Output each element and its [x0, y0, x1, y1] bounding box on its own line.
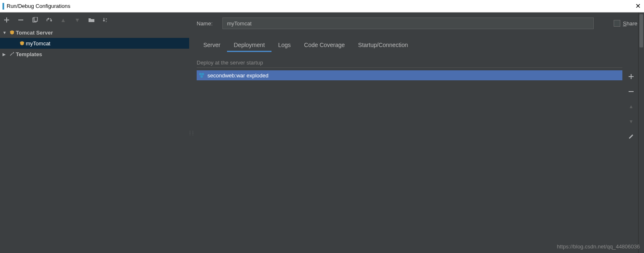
left-panel: ▲ ▼ az ▼ Tomcat Server myTomcat: [0, 12, 189, 253]
tree-label: Templates: [16, 51, 42, 57]
share-group: Share: [614, 20, 637, 27]
config-tree: ▼ Tomcat Server myTomcat ▶ Templates: [0, 27, 189, 253]
title-bar-left: Run/Debug Configurations: [2, 3, 70, 10]
tabs-row: Server Deployment Logs Code Coverage Sta…: [193, 38, 644, 52]
edit-config-button[interactable]: [45, 16, 53, 24]
svg-rect-1: [4, 20, 9, 20]
svg-rect-2: [18, 20, 23, 20]
move-artifact-down-button[interactable]: ▼: [627, 117, 636, 126]
tree-label: myTomcat: [26, 40, 50, 47]
main-content: ▲ ▼ az ▼ Tomcat Server myTomcat: [0, 12, 644, 253]
deploy-side-toolbar: ▲ ▼: [625, 70, 637, 253]
right-panel: Name: Share Server Deployment Logs Code …: [193, 12, 644, 253]
name-row: Name: Share: [193, 17, 644, 29]
svg-rect-12: [629, 91, 634, 92]
collapse-arrow-icon: ▶: [2, 52, 8, 57]
move-down-button[interactable]: ▼: [73, 16, 81, 24]
copy-config-button[interactable]: [31, 16, 39, 24]
svg-text:z: z: [106, 20, 107, 22]
sort-button[interactable]: az: [101, 16, 110, 24]
close-button[interactable]: ✕: [635, 2, 641, 10]
window-title: Run/Debug Configurations: [7, 3, 70, 9]
share-checkbox[interactable]: [614, 20, 620, 27]
svg-rect-4: [34, 17, 37, 21]
tab-logs[interactable]: Logs: [271, 38, 297, 52]
add-config-button[interactable]: [2, 16, 11, 24]
artifact-label: secondweb:war exploded: [207, 72, 269, 79]
name-label: Name:: [197, 20, 217, 27]
move-up-button[interactable]: ▲: [59, 16, 67, 24]
config-toolbar: ▲ ▼ az: [0, 12, 189, 27]
remove-artifact-button[interactable]: [627, 87, 636, 96]
panel-divider[interactable]: ⋮⋮⋮⋮⋮⋮: [189, 12, 193, 253]
remove-config-button[interactable]: [17, 16, 25, 24]
add-artifact-button[interactable]: [627, 72, 636, 81]
name-input[interactable]: [222, 17, 594, 29]
wrench-icon: [8, 51, 16, 57]
expand-arrow-icon: ▼: [2, 30, 8, 35]
svg-point-7: [199, 73, 202, 75]
artifact-icon: [198, 72, 205, 79]
tab-server[interactable]: Server: [197, 38, 227, 52]
tree-mytomcat[interactable]: myTomcat: [0, 38, 189, 49]
vertical-scrollbar[interactable]: [638, 12, 644, 253]
tab-deployment[interactable]: Deployment: [227, 38, 271, 52]
folder-button[interactable]: [87, 16, 96, 24]
tree-templates[interactable]: ▶ Templates: [0, 49, 189, 60]
deploy-section: Deploy at the server startup secondweb:w…: [193, 52, 644, 253]
scrollbar-thumb[interactable]: [639, 14, 643, 47]
svg-rect-11: [629, 76, 634, 77]
tomcat-icon: [8, 30, 16, 35]
move-artifact-up-button[interactable]: ▲: [627, 102, 636, 111]
tree-label: Tomcat Server: [16, 30, 53, 36]
svg-point-8: [202, 73, 204, 75]
app-icon: [2, 3, 4, 10]
deploy-body: secondweb:war exploded ▲ ▼: [197, 70, 637, 253]
artifact-row[interactable]: secondweb:war exploded: [197, 70, 622, 80]
share-label: Share: [623, 20, 637, 27]
tab-startup-connection[interactable]: Startup/Connection: [351, 38, 415, 52]
title-bar: Run/Debug Configurations ✕: [0, 0, 644, 12]
tab-code-coverage[interactable]: Code Coverage: [297, 38, 351, 52]
edit-artifact-button[interactable]: [627, 132, 636, 141]
artifact-list[interactable]: secondweb:war exploded: [197, 70, 622, 253]
tree-tomcat-server[interactable]: ▼ Tomcat Server: [0, 27, 189, 38]
deploy-section-label: Deploy at the server startup: [197, 60, 622, 68]
svg-point-9: [200, 75, 203, 78]
tomcat-icon: [18, 40, 26, 46]
